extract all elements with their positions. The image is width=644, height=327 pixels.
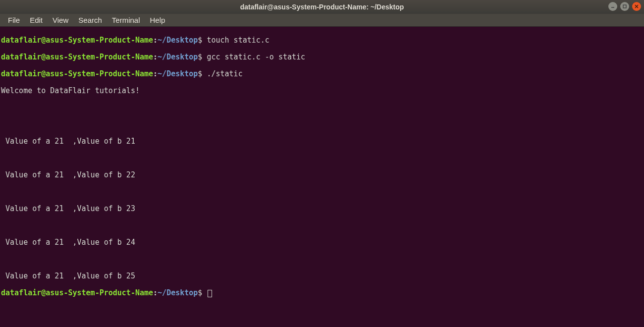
- prompt-tilde: ~: [158, 69, 162, 78]
- menubar: File Edit View Search Terminal Help: [0, 14, 644, 27]
- prompt-colon: :: [153, 36, 158, 45]
- output-line: Value of a 21 ,Value of b 24: [1, 238, 643, 247]
- output-line: [1, 154, 643, 163]
- prompt-colon: :: [153, 69, 158, 78]
- titlebar: dataflair@asus-System-Product-Name: ~/De…: [0, 0, 644, 14]
- minimize-button[interactable]: [608, 2, 617, 11]
- prompt-user-host: dataflair@asus-System-Product-Name: [1, 69, 153, 78]
- menu-terminal[interactable]: Terminal: [107, 15, 145, 25]
- output-line: Welcome to DataFlair tutorials!: [1, 87, 643, 95]
- output-line: [1, 104, 643, 112]
- terminal-line: dataflair@asus-System-Product-Name:~/Des…: [1, 70, 643, 78]
- prompt-path: Desktop: [166, 288, 198, 297]
- prompt-path: Desktop: [166, 53, 198, 61]
- maximize-icon: [622, 4, 627, 9]
- command-text: [202, 288, 207, 297]
- menu-edit[interactable]: Edit: [25, 15, 48, 25]
- svg-rect-1: [623, 5, 626, 8]
- prompt-user-host: dataflair@asus-System-Product-Name: [1, 36, 153, 45]
- minimize-icon: [610, 4, 615, 9]
- menu-file[interactable]: File: [3, 15, 25, 25]
- command-text: ./static: [202, 69, 242, 78]
- prompt-colon: :: [153, 53, 158, 61]
- terminal-line: dataflair@asus-System-Product-Name:~/Des…: [1, 53, 643, 61]
- close-button[interactable]: [632, 2, 641, 11]
- prompt-user-host: dataflair@asus-System-Product-Name: [1, 288, 153, 297]
- output-line: Value of a 21 ,Value of b 22: [1, 171, 643, 179]
- menu-help[interactable]: Help: [145, 15, 170, 25]
- prompt-slash: /: [162, 69, 166, 78]
- menu-search[interactable]: Search: [73, 15, 107, 25]
- prompt-tilde: ~: [158, 36, 162, 45]
- prompt-tilde: ~: [158, 288, 162, 297]
- command-text: touch static.c: [202, 36, 269, 45]
- terminal-line: dataflair@asus-System-Product-Name:~/Des…: [1, 289, 643, 297]
- window-title: dataflair@asus-System-Product-Name: ~/De…: [240, 3, 404, 11]
- prompt-slash: /: [162, 53, 166, 61]
- output-line: [1, 255, 643, 264]
- prompt-tilde: ~: [158, 53, 162, 61]
- output-line: Value of a 21 ,Value of b 23: [1, 205, 643, 213]
- prompt-path: Desktop: [166, 69, 198, 78]
- cursor: [208, 290, 212, 297]
- terminal-line: dataflair@asus-System-Product-Name:~/Des…: [1, 36, 643, 45]
- prompt-user-host: dataflair@asus-System-Product-Name: [1, 53, 153, 61]
- output-line: Value of a 21 ,Value of b 25: [1, 272, 643, 280]
- output-line: [1, 221, 643, 230]
- prompt-slash: /: [162, 36, 166, 45]
- output-line: [1, 120, 643, 129]
- maximize-button[interactable]: [620, 2, 629, 11]
- menu-view[interactable]: View: [48, 15, 73, 25]
- terminal-body[interactable]: dataflair@asus-System-Product-Name:~/Des…: [0, 27, 644, 307]
- prompt-path: Desktop: [166, 36, 198, 45]
- close-icon: [634, 4, 639, 9]
- window-controls: [608, 2, 641, 11]
- prompt-slash: /: [162, 288, 166, 297]
- output-line: [1, 188, 643, 196]
- command-text: gcc static.c -o static: [202, 53, 305, 61]
- prompt-colon: :: [153, 288, 158, 297]
- output-line: Value of a 21 ,Value of b 21: [1, 137, 643, 146]
